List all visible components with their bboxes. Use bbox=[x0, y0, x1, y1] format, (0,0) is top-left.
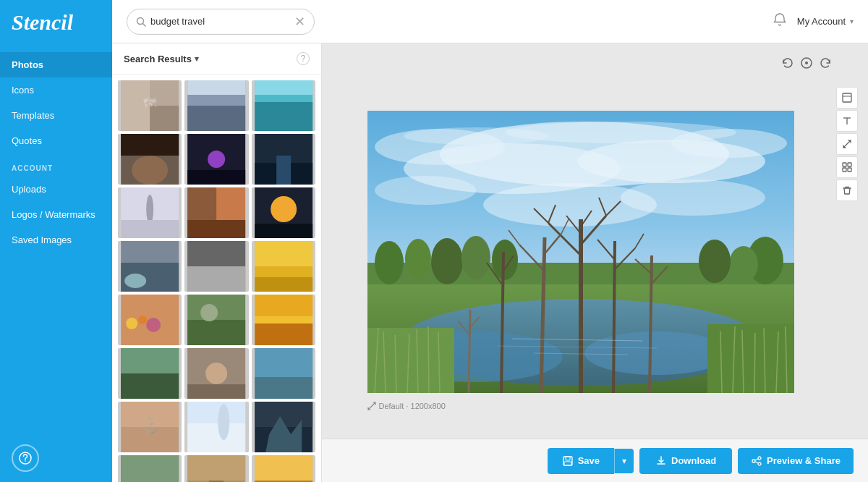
photo-thumb[interactable] bbox=[118, 455, 182, 482]
search-input[interactable] bbox=[150, 16, 292, 27]
save-button[interactable]: Save bbox=[548, 448, 614, 474]
photo-thumb[interactable] bbox=[184, 134, 248, 185]
photo-thumb[interactable] bbox=[252, 295, 315, 345]
photo-thumb[interactable] bbox=[252, 134, 315, 185]
search-results-label: Search Results bbox=[124, 54, 192, 64]
resize-tool-button[interactable] bbox=[836, 133, 858, 155]
photo-thumb[interactable] bbox=[184, 187, 248, 238]
preview-label: Preview & Share bbox=[767, 455, 841, 466]
sidebar-item-templates[interactable]: Templates bbox=[0, 103, 112, 128]
svg-rect-22 bbox=[276, 156, 291, 185]
account-button[interactable]: My Account ▾ bbox=[797, 16, 854, 27]
svg-point-107 bbox=[375, 241, 404, 284]
photo-thumb[interactable] bbox=[252, 348, 315, 399]
photo-thumb[interactable] bbox=[184, 80, 248, 131]
svg-rect-92 bbox=[848, 163, 851, 166]
photo-thumb[interactable]: ⚓ bbox=[118, 402, 182, 452]
svg-line-172 bbox=[755, 462, 758, 463]
sidebar-help-button[interactable] bbox=[12, 444, 39, 472]
svg-rect-74 bbox=[255, 455, 312, 481]
svg-rect-37 bbox=[187, 266, 245, 292]
photo-thumb[interactable] bbox=[252, 80, 315, 131]
photo-thumb[interactable]: 🗺 bbox=[118, 80, 182, 131]
svg-line-138 bbox=[613, 241, 615, 393]
svg-rect-56 bbox=[187, 384, 245, 399]
svg-point-34 bbox=[124, 274, 146, 288]
results-help-icon[interactable]: ? bbox=[297, 52, 310, 65]
photo-thumb[interactable] bbox=[184, 241, 248, 292]
sidebar-item-quotes[interactable]: Quotes bbox=[0, 128, 112, 153]
search-icon bbox=[136, 17, 146, 27]
svg-rect-166 bbox=[566, 457, 570, 460]
svg-rect-13 bbox=[255, 80, 312, 95]
svg-point-113 bbox=[729, 246, 758, 282]
app-logo[interactable]: Stencil bbox=[12, 10, 73, 34]
photo-thumb[interactable] bbox=[118, 241, 182, 292]
main-canvas[interactable]: Default · 1200x800 bbox=[367, 111, 794, 393]
header-right: My Account ▾ bbox=[773, 12, 854, 30]
photo-thumb[interactable] bbox=[118, 348, 182, 399]
sidebar: Stencil Photos Icons Templates Quotes AC… bbox=[0, 0, 112, 482]
redo-button[interactable] bbox=[819, 56, 832, 73]
canvas-size-info: Default · 1200x800 bbox=[367, 402, 446, 410]
photo-thumb[interactable] bbox=[118, 134, 182, 185]
svg-point-102 bbox=[404, 127, 548, 145]
undo-button[interactable] bbox=[781, 56, 794, 73]
sidebar-item-saved[interactable]: Saved Images bbox=[0, 227, 112, 253]
grid-tool-button[interactable] bbox=[836, 156, 858, 178]
preview-share-button[interactable]: Preview & Share bbox=[738, 448, 854, 474]
svg-text:🗺: 🗺 bbox=[143, 96, 156, 111]
svg-text:⚓: ⚓ bbox=[140, 415, 161, 435]
photo-thumb[interactable] bbox=[118, 295, 182, 345]
sidebar-item-icons[interactable]: Icons bbox=[0, 77, 112, 103]
search-bar: ✕ bbox=[127, 9, 315, 35]
svg-point-114 bbox=[699, 240, 731, 283]
account-section-label: ACCOUNT bbox=[12, 164, 53, 172]
photo-row bbox=[118, 455, 315, 482]
delete-tool-button[interactable] bbox=[836, 179, 858, 201]
notification-icon[interactable] bbox=[773, 12, 787, 30]
svg-rect-40 bbox=[255, 277, 312, 292]
circle-tool-button[interactable] bbox=[800, 56, 813, 73]
search-clear-button[interactable]: ✕ bbox=[294, 14, 305, 30]
account-chevron-icon: ▾ bbox=[850, 17, 854, 25]
photo-thumb[interactable] bbox=[118, 187, 182, 238]
svg-point-65 bbox=[218, 404, 229, 440]
svg-rect-72 bbox=[187, 455, 245, 481]
save-dropdown-button[interactable]: ▾ bbox=[614, 449, 634, 473]
sidebar-item-uploads[interactable]: Uploads bbox=[0, 177, 112, 202]
svg-point-170 bbox=[758, 462, 761, 465]
photo-row bbox=[118, 348, 315, 399]
sidebar-item-logos[interactable]: Logos / Watermarks bbox=[0, 202, 112, 227]
canvas-image bbox=[367, 111, 794, 393]
svg-point-47 bbox=[200, 304, 218, 321]
svg-rect-59 bbox=[255, 377, 312, 399]
photo-thumb[interactable] bbox=[252, 187, 315, 238]
sidebar-item-photos[interactable]: Photos bbox=[0, 52, 112, 77]
svg-rect-15 bbox=[121, 134, 179, 156]
account-section: ACCOUNT bbox=[0, 153, 112, 177]
canvas-area: Default · 1200x800 Save ▾ bbox=[322, 43, 868, 482]
svg-point-169 bbox=[752, 460, 755, 462]
svg-rect-87 bbox=[843, 93, 851, 102]
background-tool-button[interactable] bbox=[836, 87, 858, 109]
svg-rect-53 bbox=[121, 373, 179, 399]
download-button[interactable]: Download bbox=[639, 448, 732, 474]
text-tool-button[interactable] bbox=[836, 110, 858, 132]
photo-thumb[interactable] bbox=[252, 402, 315, 452]
photo-thumb[interactable] bbox=[184, 348, 248, 399]
sidebar-nav: Photos Icons Templates Quotes ACCOUNT Up… bbox=[0, 45, 112, 434]
svg-rect-9 bbox=[187, 106, 245, 131]
search-results-title[interactable]: Search Results ▾ bbox=[124, 54, 199, 64]
photo-thumb[interactable] bbox=[184, 402, 248, 452]
photo-thumb[interactable] bbox=[252, 241, 315, 292]
logo-area: Stencil bbox=[0, 0, 112, 45]
photo-thumb[interactable] bbox=[184, 455, 248, 482]
photo-row bbox=[118, 134, 315, 185]
main-content: ✕ My Account ▾ Search Results ▾ bbox=[112, 0, 868, 482]
photo-row bbox=[118, 295, 315, 345]
photo-row: ⚓ bbox=[118, 402, 315, 452]
photo-thumb[interactable] bbox=[252, 455, 315, 482]
svg-rect-69 bbox=[121, 455, 179, 482]
photo-thumb[interactable] bbox=[184, 295, 248, 345]
